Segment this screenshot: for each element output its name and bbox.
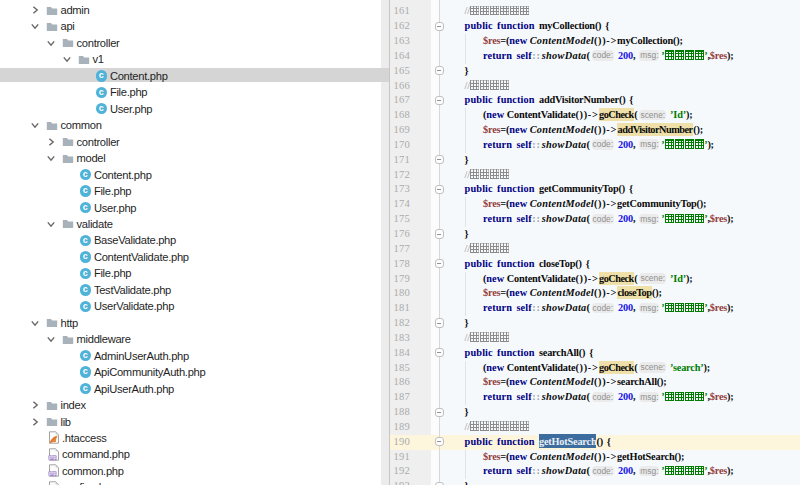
svg-text:php: php xyxy=(48,472,56,477)
svg-text:php: php xyxy=(48,455,56,460)
